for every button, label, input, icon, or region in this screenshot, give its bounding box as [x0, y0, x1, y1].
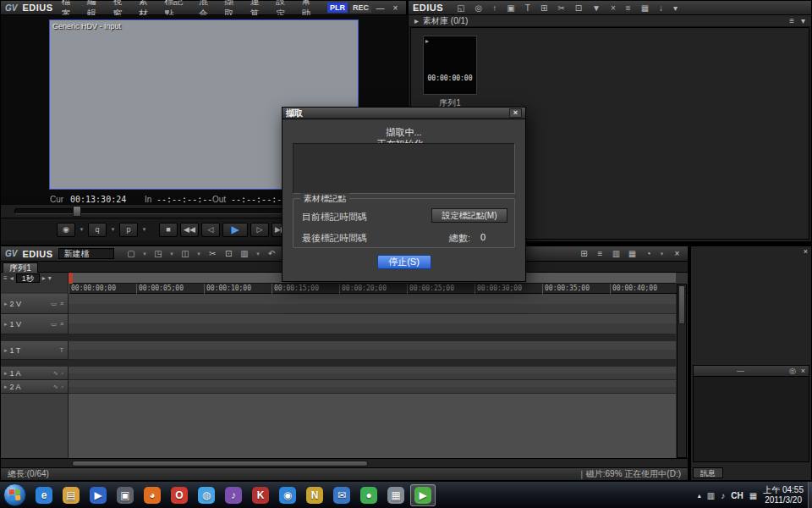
set-marker-button[interactable]: 設定標記點(M): [431, 208, 508, 223]
taskbar-app-button[interactable]: ▣: [112, 484, 138, 506]
settings-icon[interactable]: ◔: [643, 249, 654, 258]
track-header[interactable]: ▸ 2 A ∿ ◦: [1, 380, 69, 394]
vertical-scrollbar[interactable]: [677, 284, 687, 458]
palette-close-button[interactable]: ×: [804, 247, 808, 256]
track-expand-icon[interactable]: ▸: [4, 301, 8, 307]
timescale-value[interactable]: 1秒: [16, 273, 40, 283]
open-icon[interactable]: ◳: [153, 249, 164, 258]
copy-icon[interactable]: ⊡: [223, 249, 234, 258]
stop-capture-button[interactable]: 停止(S): [377, 255, 431, 269]
add-clip-icon[interactable]: ⊞: [540, 3, 547, 13]
open-caret-icon[interactable]: ▾: [169, 251, 175, 257]
capture-button[interactable]: ◉: [57, 223, 75, 237]
toolbar-caret-icon[interactable]: ▾: [659, 251, 665, 257]
properties-icon[interactable]: ≡: [626, 3, 631, 13]
taskbar-app-button[interactable]: ◕: [140, 484, 165, 506]
thumbnail-view-icon[interactable]: ▦: [641, 3, 649, 13]
mark-out-button[interactable]: p: [119, 223, 138, 237]
delete-icon[interactable]: ×: [611, 3, 616, 13]
snap-icon[interactable]: ⊞: [579, 249, 590, 258]
position-slider[interactable]: [14, 208, 290, 214]
track-header[interactable]: ▸ 1 A ∿ ◦: [1, 367, 69, 380]
track-toggle-icons[interactable]: ▭ ≡: [51, 321, 64, 328]
cut-icon[interactable]: ✂: [207, 249, 218, 258]
view-menu-caret-icon[interactable]: ▾: [801, 16, 805, 25]
track-toggle-icons[interactable]: ∿ ◦: [53, 384, 64, 390]
track-header[interactable]: ▸ 1 V ▭ ≡: [1, 314, 69, 334]
undo-icon[interactable]: ↶: [266, 249, 277, 258]
list-view-icon[interactable]: ≡: [789, 16, 794, 25]
track-header[interactable]: ▸ 1 T T: [1, 341, 69, 360]
minimize-button[interactable]: —: [374, 3, 387, 13]
start-button[interactable]: [3, 483, 26, 506]
track-expand-icon[interactable]: ▸: [4, 321, 8, 328]
close-button[interactable]: ×: [389, 3, 402, 13]
track-toggle-icons[interactable]: ▭ ≡: [51, 301, 64, 307]
timeline-empty-area[interactable]: [1, 394, 676, 458]
taskbar-app-button[interactable]: ◉: [275, 484, 300, 506]
track-expand-icon[interactable]: ▸: [4, 384, 8, 390]
taskbar-app-button[interactable]: ▶: [410, 484, 436, 506]
title-tool-icon[interactable]: T: [525, 3, 530, 13]
playhead-marker[interactable]: [69, 273, 73, 284]
play-button[interactable]: ▶: [222, 223, 248, 237]
project-name-field[interactable]: 新建檔: [58, 248, 114, 259]
taskbar-app-button[interactable]: N: [302, 484, 327, 506]
save-caret-icon[interactable]: ▾: [196, 251, 202, 257]
mark-in-button[interactable]: q: [88, 223, 107, 237]
slider-handle[interactable]: [73, 206, 81, 217]
track-toggle-icons[interactable]: ∿ ◦: [53, 370, 64, 377]
timescale-caret-icon[interactable]: ▾: [48, 274, 52, 282]
rewind-button[interactable]: ◀◀: [180, 223, 199, 237]
taskbar-app-button[interactable]: ●: [356, 484, 381, 506]
player-mode-badge[interactable]: PLR: [327, 3, 348, 13]
bin-menu-caret-icon[interactable]: ▾: [673, 3, 678, 13]
mark-out-caret[interactable]: ▾: [140, 223, 148, 237]
track-content[interactable]: [69, 367, 676, 380]
recorder-mode-badge[interactable]: REC: [350, 3, 371, 13]
tray-volume-icon[interactable]: ♪: [721, 491, 725, 500]
timeline-close-button[interactable]: ×: [671, 249, 683, 258]
tray-expand-icon[interactable]: ▴: [698, 492, 701, 500]
taskbar-app-button[interactable]: ✉: [329, 484, 354, 506]
track-content[interactable]: [69, 314, 676, 334]
mark-in-caret[interactable]: ▾: [109, 223, 117, 237]
sequence-tab[interactable]: 序列1: [3, 262, 38, 273]
up-folder-icon[interactable]: ↑: [492, 3, 497, 13]
dialog-close-button[interactable]: ×: [509, 108, 522, 118]
track-content[interactable]: [69, 341, 676, 360]
timeline-list-icon[interactable]: ≡: [595, 249, 606, 258]
new-icon[interactable]: ▢: [126, 249, 137, 258]
timescale-left-arrow-icon[interactable]: ◂: [10, 274, 14, 282]
new-sequence-icon[interactable]: ▣: [507, 3, 514, 13]
paste-icon[interactable]: ▼: [592, 3, 601, 13]
show-desktop-button[interactable]: [808, 482, 812, 508]
track-content[interactable]: [69, 294, 676, 314]
horizontal-scrollbar[interactable]: [1, 458, 688, 467]
clip-thumbnail[interactable]: ▸ 00:00:00:00: [423, 36, 477, 95]
step-back-button[interactable]: ◁: [201, 223, 220, 237]
language-indicator[interactable]: CH: [731, 491, 743, 500]
taskbar-app-button[interactable]: ▦: [383, 484, 409, 506]
copy-icon[interactable]: ⊡: [575, 3, 582, 13]
track-content[interactable]: [69, 380, 676, 394]
taskbar-app-button[interactable]: e: [31, 484, 57, 506]
subwindow-close-button[interactable]: ×: [801, 367, 805, 375]
step-forward-button[interactable]: ▷: [250, 223, 269, 237]
meter-icon[interactable]: ▦: [627, 249, 638, 258]
taskbar-app-button[interactable]: ▶: [85, 484, 111, 506]
tray-status-icon[interactable]: ▥: [707, 491, 715, 500]
taskbar-app-button[interactable]: ◍: [194, 484, 219, 506]
taskbar-app-button[interactable]: ♪: [221, 484, 246, 506]
new-caret-icon[interactable]: ▾: [142, 251, 148, 257]
timescale-menu-icon[interactable]: ≡: [3, 274, 8, 282]
horizontal-scroll-thumb[interactable]: [72, 461, 368, 467]
search-icon[interactable]: ◎: [475, 3, 483, 13]
paste-caret-icon[interactable]: ▾: [255, 251, 261, 257]
taskbar-app-button[interactable]: K: [248, 484, 273, 506]
stop-button[interactable]: ■: [159, 223, 178, 237]
save-icon[interactable]: ◫: [180, 249, 191, 258]
folder-window-icon[interactable]: ◱: [457, 3, 464, 13]
vertical-scroll-thumb[interactable]: [678, 285, 685, 324]
ime-icon[interactable]: ▦: [749, 491, 757, 500]
